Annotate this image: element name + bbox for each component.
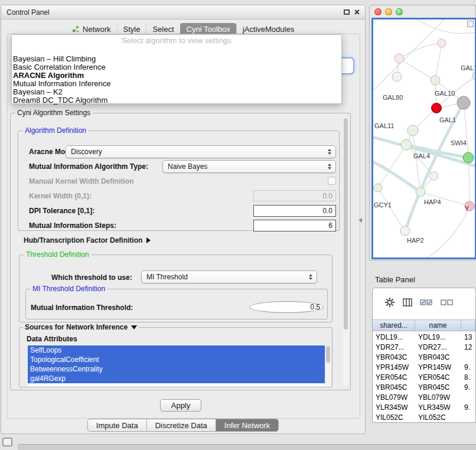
apply-button[interactable]: Apply	[160, 399, 201, 412]
column-header-partial[interactable]	[461, 320, 475, 331]
network-node[interactable]	[416, 187, 425, 197]
table-body: YDL19...YDL19...13 YDR27...YDR27...12 YB…	[373, 332, 475, 422]
table-row[interactable]: YDL19...YDL19...13	[373, 332, 475, 342]
algorithm-option[interactable]: Bayesian – K2	[12, 88, 341, 96]
tab-discretize-data[interactable]: Discretize Data	[147, 419, 216, 432]
node-label: Y	[465, 205, 470, 212]
table-row[interactable]: YDR27...YDR27...12	[373, 342, 475, 352]
attribute-list-scrollbar[interactable]	[325, 345, 331, 387]
dpi-tolerance-label: DPI Tolerance [0,1]:	[29, 207, 94, 216]
mi-steps-label: Mutual Information Steps:	[29, 221, 116, 230]
mi-type-label: Mutual Information Algorithm Type:	[29, 162, 148, 171]
network-node-red[interactable]	[432, 103, 442, 113]
cell: YBR043C	[373, 353, 415, 361]
network-node[interactable]	[374, 184, 382, 192]
network-node-gray[interactable]	[457, 96, 470, 109]
cell: YLR345W	[373, 403, 415, 412]
table-toolbar	[373, 294, 475, 311]
which-threshold-select[interactable]: MI Threshold	[141, 270, 317, 283]
algorithm-option[interactable]: Dream8 DC_TDC Algorithm	[12, 96, 341, 105]
hub-definition-disclosure[interactable]: Hub/Transcription Factor Definition	[24, 236, 151, 244]
columns-icon[interactable]	[403, 298, 412, 306]
network-node[interactable]	[407, 125, 418, 136]
table-row[interactable]: YBL079WYBL079W	[373, 392, 475, 402]
algorithm-option[interactable]: Bayesian – Hill Climbing	[12, 55, 341, 63]
tab-impute-data[interactable]: Impute Data	[87, 419, 147, 432]
column-header-name[interactable]: name	[415, 320, 461, 331]
mi-steps-field[interactable]: 6	[253, 220, 336, 231]
table-panel-title: Table Panel	[375, 275, 415, 284]
mi-threshold-field[interactable]: 0.5	[249, 301, 324, 313]
table-row[interactable]: YPR145WYPR145W9.	[373, 362, 475, 372]
network-node[interactable]	[401, 139, 412, 150]
cell: 9.	[461, 383, 475, 392]
mi-threshold-label: Mutual Information Threshold:	[31, 304, 133, 312]
bottom-resize-bar[interactable]	[18, 444, 476, 450]
close-icon[interactable]: ×	[354, 9, 360, 16]
attribute-item-selected[interactable]: BetweennessCentrality	[28, 364, 325, 374]
cell: YPR145W	[373, 363, 415, 371]
close-traffic-light[interactable]	[374, 8, 382, 15]
table-row[interactable]: YER054CYER054C8.	[373, 372, 475, 382]
dpi-tolerance-field[interactable]: 0.0	[253, 205, 336, 217]
network-node[interactable]	[395, 54, 404, 63]
network-node[interactable]	[430, 172, 438, 180]
kernel-width-field[interactable]: 0.0	[253, 190, 336, 201]
sources-disclosure[interactable]: Sources for Network Inference	[23, 323, 139, 331]
scrollbar-thumb[interactable]	[326, 346, 330, 363]
network-node-green[interactable]	[463, 152, 474, 163]
network-node[interactable]	[438, 39, 446, 47]
column-header-shared-name[interactable]: shared...	[373, 320, 415, 331]
attribute-item-selected[interactable]: TopologicalCoefficient	[28, 355, 325, 364]
mi-threshold-group-title: MI Threshold Definition	[31, 285, 107, 293]
mi-type-select[interactable]: Naive Bayes	[162, 160, 336, 173]
select-all-icon[interactable]	[420, 299, 433, 306]
settings-scrollbar[interactable]	[343, 117, 348, 386]
zoom-traffic-light[interactable]	[396, 8, 403, 15]
table-row[interactable]: YLR345WYLR345W9.	[373, 402, 475, 412]
gear-icon[interactable]	[384, 297, 395, 308]
float-window-icon[interactable]	[344, 9, 350, 15]
cell: YBR043C	[415, 353, 461, 361]
panel-dock-icon[interactable]	[2, 438, 12, 446]
cell: YDL19...	[373, 333, 415, 341]
aracne-mode-value: Discovery	[71, 148, 102, 156]
data-attributes-label: Data Attributes	[27, 335, 77, 344]
network-view-window: GAL80 GAL10 GAL7 GAL11 GAL1 SWI4 GAL4 GC…	[369, 5, 476, 260]
algorithm-placeholder: Select algorithm to view settings	[12, 35, 341, 46]
network-tab-icon	[72, 25, 80, 32]
cell: YER054C	[415, 373, 461, 381]
manual-kernel-label: Manual Kernel Width Definition	[29, 177, 133, 186]
algorithm-option-selected[interactable]: ARACNE Algorithm	[12, 71, 341, 80]
aracne-mode-select[interactable]: Discovery	[66, 145, 336, 158]
tab-infer-network[interactable]: Infer Network	[216, 419, 279, 432]
minimize-traffic-light[interactable]	[385, 8, 392, 15]
algorithm-option[interactable]: Mutual Information Inference	[12, 80, 341, 88]
attribute-item-selected[interactable]: SelfLoops	[28, 345, 325, 355]
network-node[interactable]	[400, 226, 410, 236]
network-labels: GAL80 GAL10 GAL7 GAL11 GAL1 SWI4 GAL4 GC…	[374, 64, 475, 244]
window-controls	[374, 8, 403, 15]
network-node[interactable]	[431, 76, 440, 85]
node-label: GAL7	[461, 64, 475, 71]
attribute-item-selected[interactable]: gal4RGexp	[28, 374, 325, 383]
node-label: GAL80	[383, 94, 403, 101]
network-node[interactable]	[392, 72, 402, 81]
table-row[interactable]: YBR043CYBR043C	[373, 352, 475, 362]
panel-splitter-collapse-icon[interactable]	[358, 218, 362, 223]
window-title: Control Panel	[6, 8, 50, 17]
table-row[interactable]: YBR045CYBR045C9.	[373, 382, 475, 392]
deselect-all-icon[interactable]	[441, 299, 454, 306]
cell: 13	[461, 333, 475, 341]
manual-kernel-checkbox[interactable]	[328, 177, 336, 185]
table-row[interactable]: YIL052CYIL052C	[373, 412, 475, 422]
canvas-scroll-corner[interactable]	[467, 21, 474, 27]
scrollbar-thumb[interactable]	[344, 118, 348, 330]
cell: 9.	[461, 403, 475, 412]
sources-group: Sources for Network Inference Data Attri…	[19, 327, 332, 387]
cell: YBL079W	[415, 393, 461, 402]
algorithm-option[interactable]: Basic Correlation Inference	[12, 63, 341, 71]
cell: YBR045C	[415, 383, 461, 392]
algorithm-blank-row[interactable]	[12, 46, 341, 55]
network-canvas[interactable]: GAL80 GAL10 GAL7 GAL11 GAL1 SWI4 GAL4 GC…	[371, 18, 476, 259]
